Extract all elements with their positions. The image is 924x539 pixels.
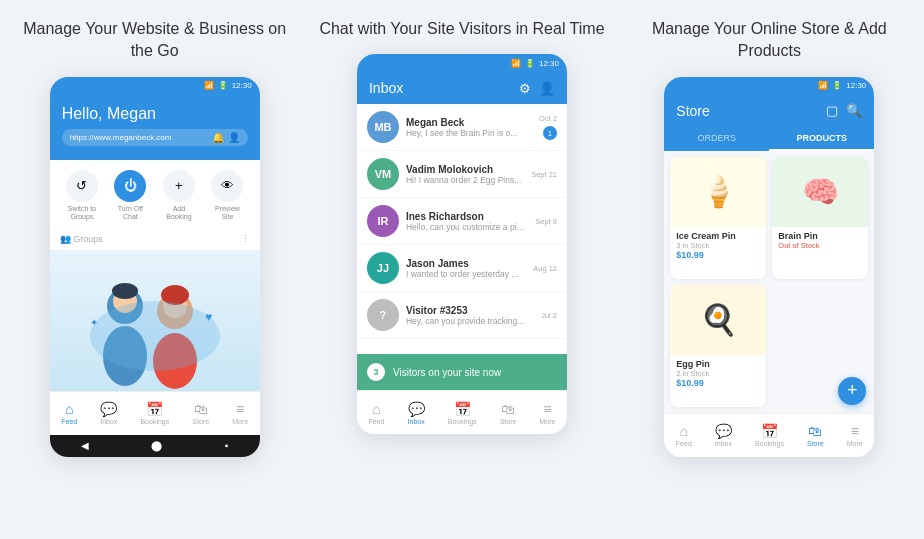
product-out-brain: Out of Stock: [778, 241, 862, 250]
fab-add-product[interactable]: +: [838, 377, 866, 405]
chat-date-ines: Sept 8: [535, 217, 557, 226]
phone2-header-icons: ⚙ 👤: [519, 81, 555, 96]
inbox-icon-3: 💬: [715, 423, 732, 439]
header-action-icons: 🔔 👤: [212, 132, 240, 143]
visitors-bar[interactable]: 3 Visitors on your site now: [357, 354, 567, 390]
chat-date-megan-beck: Oct 2: [539, 114, 557, 123]
illustration-circle: [90, 301, 220, 371]
preview-site-icon: 👁: [211, 170, 243, 202]
bookings-label-3: Bookings: [755, 440, 784, 447]
settings-icon[interactable]: ⚙: [519, 81, 531, 96]
action-add-booking[interactable]: + AddBooking: [163, 170, 195, 222]
phone2-bottom-nav: ⌂ Feed 💬 Inbox 📅 Bookings 🛍 Store ≡: [357, 390, 567, 434]
action-switch-groups[interactable]: ↺ Switch toGroups: [66, 170, 98, 222]
more-icon[interactable]: ⋮: [241, 234, 250, 244]
nav3-inbox[interactable]: 💬 Inbox: [715, 423, 732, 447]
chat-item-vadim[interactable]: VM Vadim Molokovich Hi! I wanna order 2 …: [357, 151, 567, 198]
feed-icon-3: ⌂: [680, 423, 688, 439]
phone1-groups-row: 👥 Groups ⋮: [50, 228, 260, 250]
chat-meta-megan-beck: Oct 2 1: [539, 114, 557, 140]
store-icon: 🛍: [194, 401, 208, 417]
chat-item-visitor[interactable]: ? Visitor #3253 Hey, can you provide tra…: [357, 292, 567, 339]
back-button[interactable]: ◀: [81, 440, 89, 451]
nav3-bookings[interactable]: 📅 Bookings: [755, 423, 784, 447]
add-booking-label: AddBooking: [166, 205, 191, 222]
nav2-bookings[interactable]: 📅 Bookings: [448, 401, 477, 425]
time-display-2: 12:30: [539, 59, 559, 68]
chat-name-vadim: Vadim Molokovich: [406, 164, 524, 175]
nav-store[interactable]: 🛍 Store: [192, 401, 209, 425]
nav2-store[interactable]: 🛍 Store: [500, 401, 517, 425]
chat-date-jason: Aug 12: [533, 264, 557, 273]
feed-label-2: Feed: [369, 418, 385, 425]
chat-content-ines: Ines Richardson Hello, can you customize…: [406, 211, 528, 232]
chat-preview-vadim: Hi! I wanna order 2 Egg Pins...: [406, 175, 524, 185]
tab-orders[interactable]: ORDERS: [664, 127, 769, 151]
product-price-ice-cream: $10.99: [676, 250, 760, 260]
url-bar[interactable]: https://www.meganbeck.com 🔔 👤: [62, 129, 248, 146]
column-3: Manage Your Online Store & Add Products …: [625, 18, 914, 457]
home-button[interactable]: ⬤: [151, 440, 162, 451]
headline-2: Chat with Your Site Visitors in Real Tim…: [319, 18, 604, 40]
feed-icon: ⌂: [65, 401, 73, 417]
phone3-bottom-nav: ⌂ Feed 💬 Inbox 📅 Bookings 🛍 Store: [664, 413, 874, 457]
visitors-text: Visitors on your site now: [393, 367, 501, 378]
feed-label: Feed: [61, 418, 77, 425]
chat-content-jason: Jason James I wanted to order yesterday …: [406, 258, 526, 279]
preview-site-label: PreviewSite: [215, 205, 240, 222]
chat-item-ines[interactable]: IR Ines Richardson Hello, can you custom…: [357, 198, 567, 245]
nav2-inbox[interactable]: 💬 Inbox: [408, 401, 425, 425]
product-name-ice-cream: Ice Cream Pin: [676, 231, 760, 241]
store-title: Store: [676, 103, 709, 119]
inbox-label-3: Inbox: [715, 440, 732, 447]
battery-icon-2: 🔋: [525, 59, 535, 68]
product-info-ice-cream: Ice Cream Pin 3 in Stock $10.99: [670, 227, 766, 264]
product-egg-pin[interactable]: 🍳 Egg Pin 2 in Stock $10.99: [670, 285, 766, 407]
window-icon[interactable]: ▢: [826, 103, 838, 118]
tab-products[interactable]: PRODUCTS: [769, 127, 874, 151]
avatar-visitor: ?: [367, 299, 399, 331]
nav-more[interactable]: ≡ More: [232, 401, 248, 425]
nav2-more[interactable]: ≡ More: [539, 401, 555, 425]
nav2-feed[interactable]: ⌂ Feed: [369, 401, 385, 425]
nav3-feed[interactable]: ⌂ Feed: [676, 423, 692, 447]
chat-item-jason[interactable]: JJ Jason James I wanted to order yesterd…: [357, 245, 567, 292]
bookings-icon: 📅: [146, 401, 163, 417]
nav-feed[interactable]: ⌂ Feed: [61, 401, 77, 425]
inbox-title: Inbox: [369, 80, 403, 96]
headline-1: Manage Your Website & Business on the Go: [10, 18, 299, 63]
bell-icon[interactable]: 🔔: [212, 132, 224, 143]
avatar-megan-beck: MB: [367, 111, 399, 143]
nav3-store[interactable]: 🛍 Store: [807, 423, 824, 447]
inbox-icon-2: 💬: [408, 401, 425, 417]
search-icon[interactable]: 🔍: [846, 103, 862, 118]
profile-avatar[interactable]: 👤: [228, 132, 240, 143]
action-preview-site[interactable]: 👁 PreviewSite: [211, 170, 243, 222]
profile-icon[interactable]: 👤: [539, 81, 555, 96]
switch-groups-icon: ↺: [66, 170, 98, 202]
chat-list: MB Megan Beck Hey, I see the Brain Pin i…: [357, 104, 567, 354]
more-icon-3: ≡: [851, 423, 859, 439]
store-tabs: ORDERS PRODUCTS: [664, 127, 874, 151]
chat-content-vadim: Vadim Molokovich Hi! I wanna order 2 Egg…: [406, 164, 524, 185]
product-brain-pin[interactable]: 🧠 Brain Pin Out of Stock: [772, 157, 868, 279]
url-text: https://www.meganbeck.com: [70, 133, 172, 142]
battery-icon-3: 🔋: [832, 81, 842, 90]
chat-item-megan-beck[interactable]: MB Megan Beck Hey, I see the Brain Pin i…: [357, 104, 567, 151]
product-ice-cream-pin[interactable]: 🍦 Ice Cream Pin 3 in Stock $10.99: [670, 157, 766, 279]
visitors-count-badge: 3: [367, 363, 385, 381]
chat-date-visitor: Jul 2: [541, 311, 557, 320]
action-turn-off-chat[interactable]: ⏻ Turn OffChat: [114, 170, 146, 222]
more-label-2: More: [539, 418, 555, 425]
product-price-egg: $10.99: [676, 378, 760, 388]
nav-inbox[interactable]: 💬 Inbox: [100, 401, 117, 425]
nav-bookings[interactable]: 📅 Bookings: [140, 401, 169, 425]
nav3-more[interactable]: ≡ More: [847, 423, 863, 447]
recent-button[interactable]: ▪: [225, 440, 229, 451]
chat-preview-ines: Hello, can you customize a pi...: [406, 222, 528, 232]
illustration: ♥ ✦: [50, 250, 260, 391]
product-image-ice-cream: 🍦: [670, 157, 766, 227]
product-stock-ice-cream: 3 in Stock: [676, 241, 760, 250]
chat-content-megan-beck: Megan Beck Hey, I see the Brain Pin is o…: [406, 117, 532, 138]
product-info-brain: Brain Pin Out of Stock: [772, 227, 868, 254]
